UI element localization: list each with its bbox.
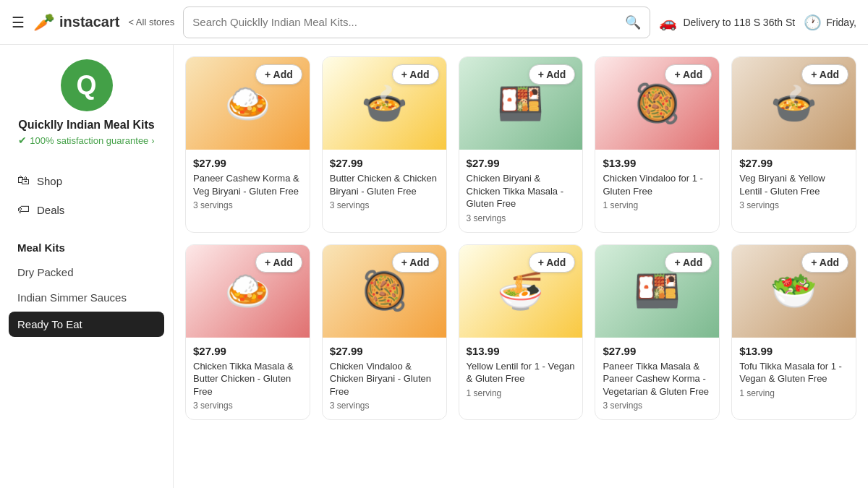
layout: Q Quicklly Indian Meal Kits ✔ 100% satis… [0,45,868,488]
search-bar[interactable]: 🔍 [183,7,650,38]
product-servings: 1 serving [467,388,576,398]
product-name: Chicken Biryani & Chicken Tikka Masala -… [467,172,576,210]
product-info: $27.99 Chicken Biryani & Chicken Tikka M… [459,150,583,232]
add-button[interactable]: + Add [392,252,439,273]
product-servings: 3 servings [330,401,439,411]
add-button[interactable]: + Add [529,64,576,85]
store-name: Quicklly Indian Meal Kits [18,119,155,132]
product-name: Chicken Tikka Masala & Butter Chicken - … [193,360,302,398]
delivery-text: Delivery to 118 S 36th St [683,17,795,28]
product-info: $13.99 Yellow Lentil for 1 - Vegan & Glu… [459,338,583,407]
product-price: $13.99 [467,345,576,357]
menu-icon[interactable]: ☰ [12,14,25,31]
product-name: Butter Chicken & Chicken Biryani - Glute… [330,172,439,197]
product-card[interactable]: 🍱 + Add $27.99 Paneer Tikka Masala & Pan… [595,244,720,421]
product-info: $27.99 Chicken Vindaloo & Chicken Biryan… [323,338,446,420]
sidebar-item-shop-label: Shop [37,175,62,187]
product-price: $27.99 [193,345,302,357]
product-info: $27.99 Veg Biryani & Yellow Lentil - Glu… [732,150,856,219]
product-info: $13.99 Chicken Vindaloo for 1 - Gluten F… [595,150,719,219]
add-button[interactable]: + Add [801,64,848,85]
product-card[interactable]: 🍜 + Add $13.99 Yellow Lentil for 1 - Veg… [459,244,584,421]
product-price: $27.99 [330,345,439,357]
store-logo: Q [61,59,113,111]
meal-kits-section-title: Meal Kits [0,230,173,260]
product-name: Yellow Lentil for 1 - Vegan & Gluten Fre… [467,360,576,385]
products-grid-row2: 🍛 + Add $27.99 Chicken Tikka Masala & Bu… [185,244,856,421]
time-text: Friday, [826,17,856,28]
product-info: $27.99 Paneer Tikka Masala & Paneer Cash… [595,338,719,420]
product-card[interactable]: 🍛 + Add $27.99 Paneer Cashew Korma & Veg… [185,56,310,233]
delivery-info: 🚗 Delivery to 118 S 36th St [659,14,795,31]
product-price: $27.99 [467,157,576,169]
add-button[interactable]: + Add [255,252,302,273]
logo-carrot-icon: 🥕 [33,12,55,33]
search-icon[interactable]: 🔍 [625,14,641,30]
product-servings: 3 servings [193,200,302,210]
add-button[interactable]: + Add [665,252,712,273]
product-card[interactable]: 🍱 + Add $27.99 Chicken Biryani & Chicken… [459,56,584,233]
product-servings: 3 servings [467,213,576,223]
products-grid-row1: 🍛 + Add $27.99 Paneer Cashew Korma & Veg… [185,56,856,233]
product-card[interactable]: 🍲 + Add $27.99 Veg Biryani & Yellow Lent… [731,56,856,233]
add-button[interactable]: + Add [392,64,439,85]
add-button[interactable]: + Add [801,252,848,273]
product-card[interactable]: 🥗 + Add $13.99 Tofu Tikka Masala for 1 -… [731,244,856,421]
deals-icon: 🏷 [17,202,30,217]
guarantee-chevron-icon: › [151,135,154,146]
product-card[interactable]: 🥘 + Add $27.99 Chicken Vindaloo & Chicke… [322,244,447,421]
product-servings: 3 servings [193,401,302,411]
logo[interactable]: 🥕 instacart [33,12,119,33]
guarantee-check-icon: ✔ [18,134,27,146]
product-price: $27.99 [330,157,439,169]
product-info: $27.99 Chicken Tikka Masala & Butter Chi… [186,338,310,420]
sidebar-item-dry-packed[interactable]: Dry Packed [0,260,173,285]
product-name: Veg Biryani & Yellow Lentil - Gluten Fre… [739,172,848,197]
product-info: $27.99 Paneer Cashew Korma & Veg Biryani… [186,150,310,219]
product-price: $27.99 [603,345,712,357]
sidebar-item-shop[interactable]: 🛍 Shop [0,166,173,195]
product-servings: 3 servings [330,200,439,210]
sidebar-item-ready-to-eat[interactable]: Ready To Eat [9,312,164,337]
sidebar-item-deals[interactable]: 🏷 Deals [0,195,173,224]
store-profile: Q Quicklly Indian Meal Kits ✔ 100% satis… [0,59,173,160]
all-stores-link[interactable]: < All stores [128,17,174,27]
add-button[interactable]: + Add [255,64,302,85]
header: ☰ 🥕 instacart < All stores 🔍 🚗 Delivery … [0,0,868,45]
product-name: Paneer Tikka Masala & Paneer Cashew Korm… [603,360,712,398]
product-name: Chicken Vindaloo for 1 - Gluten Free [603,172,712,197]
product-servings: 1 serving [603,200,712,210]
product-servings: 3 servings [739,200,848,210]
delivery-icon: 🚗 [659,14,677,31]
time-info: 🕐 Friday, [804,14,856,31]
logo-text: instacart [59,14,119,30]
product-name: Tofu Tikka Masala for 1 - Vegan & Gluten… [739,360,848,385]
product-card[interactable]: 🥘 + Add $13.99 Chicken Vindaloo for 1 - … [595,56,720,233]
product-price: $27.99 [193,157,302,169]
store-guarantee[interactable]: ✔ 100% satisfaction guarantee › [18,134,154,146]
product-servings: 1 serving [739,388,848,398]
add-button[interactable]: + Add [529,252,576,273]
sidebar-item-indian-simmer-sauces[interactable]: Indian Simmer Sauces [0,285,173,310]
product-name: Paneer Cashew Korma & Veg Biryani - Glut… [193,172,302,197]
product-name: Chicken Vindaloo & Chicken Biryani - Glu… [330,360,439,398]
guarantee-text: 100% satisfaction guarantee [30,135,148,146]
product-info: $13.99 Tofu Tikka Masala for 1 - Vegan &… [732,338,856,407]
time-icon: 🕐 [804,14,822,31]
sidebar-item-deals-label: Deals [37,204,64,216]
add-button[interactable]: + Add [665,64,712,85]
product-price: $13.99 [603,157,712,169]
product-servings: 3 servings [603,401,712,411]
product-card[interactable]: 🍲 + Add $27.99 Butter Chicken & Chicken … [322,56,447,233]
main-content: 🍛 + Add $27.99 Paneer Cashew Korma & Veg… [174,45,868,488]
product-card[interactable]: 🍛 + Add $27.99 Chicken Tikka Masala & Bu… [185,244,310,421]
shop-icon: 🛍 [17,174,30,188]
product-price: $13.99 [739,345,848,357]
sidebar: Q Quicklly Indian Meal Kits ✔ 100% satis… [0,45,174,488]
search-input[interactable] [192,16,625,28]
product-price: $27.99 [739,157,848,169]
sidebar-nav: 🛍 Shop 🏷 Deals [0,160,173,230]
product-info: $27.99 Butter Chicken & Chicken Biryani … [323,150,446,219]
